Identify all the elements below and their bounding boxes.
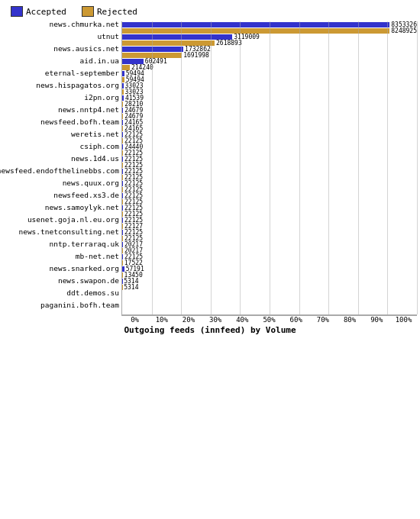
bar-accepted-12 [122, 169, 123, 174]
bar-group-23 [122, 302, 417, 314]
legend: Accepted Rejected [11, 6, 417, 17]
y-label-text-23: paganini.bofh.team [3, 302, 121, 308]
y-label-text-0: news.chmurka.net [3, 21, 121, 27]
y-label-text-3: aid.in.ua [3, 58, 121, 64]
bar-rejected-15 [122, 211, 123, 217]
bar-accepted-6 [122, 95, 124, 101]
x-axis-label-4: 40% [229, 316, 256, 324]
bar-rejected-11 [122, 163, 123, 168]
bar-accepted-14 [122, 193, 123, 198]
bar-accepted-15 [122, 205, 123, 211]
bar-group-1: 31190092618893 [122, 34, 417, 46]
bar-rejected-12 [122, 175, 123, 180]
bar-accepted-10 [122, 144, 123, 150]
y-label-text-19: mb-net.net [3, 253, 121, 260]
y-label-text-13: news.quux.org [3, 180, 121, 186]
bar-rejected-5 [122, 89, 124, 95]
bar-accepted-7 [122, 108, 123, 113]
x-axis-label-6: 60% [283, 316, 309, 324]
bar-group-4: 5949459494 [122, 70, 417, 82]
bar-accepted-8 [122, 120, 123, 125]
bar-accepted-0 [122, 22, 389, 27]
bar-accepted-19 [122, 254, 123, 260]
legend-rejected-label: Rejected [97, 7, 137, 17]
y-label-text-4: eternal-september [3, 70, 121, 76]
bar-accepted-13 [122, 181, 123, 186]
bar-group-2: 17328621691998 [122, 46, 417, 58]
bar-group-7: 2467924679 [122, 107, 417, 119]
bar-group-6: 4153928210 [122, 95, 417, 107]
y-label-text-10: csiph.com [3, 143, 121, 150]
chart-container: Accepted Rejected news.chmurka.netutnutn… [0, 0, 420, 519]
bar-group-14: 2212522125 [122, 192, 417, 205]
bar-rejected-14 [122, 199, 123, 205]
bar-rejected-17 [122, 236, 123, 241]
bar-rejected-1 [122, 40, 215, 46]
x-axis-label-10: 100% [390, 316, 417, 324]
bar-group-11: 2212522125 [122, 156, 417, 168]
y-label-text-20: news.snarked.org [3, 266, 121, 272]
legend-rejected: Rejected [82, 6, 137, 17]
bar-group-22 [122, 290, 417, 302]
bar-accepted-1 [122, 34, 232, 40]
bar-rejected-16 [122, 224, 123, 229]
bar-accepted-2 [122, 47, 183, 52]
bar-group-21: 53145314 [122, 278, 417, 290]
bar-accepted-5 [122, 83, 124, 89]
bar-group-10: 2444022125 [122, 143, 417, 156]
x-axis-label-1: 10% [148, 316, 175, 324]
bar-group-12: 2212522125 [122, 168, 417, 180]
bar-rejected-8 [122, 126, 123, 131]
bar-accepted-20 [122, 266, 124, 272]
y-label-23: paganini.bofh.team [3, 302, 121, 314]
bar-group-0: 83533268248925 [122, 21, 417, 34]
legend-rejected-box [82, 6, 94, 17]
x-axis-label-5: 50% [256, 316, 283, 324]
bar-accepted-9 [122, 132, 123, 137]
bar-rejected-0 [122, 28, 389, 34]
bar-accepted-3 [122, 59, 144, 64]
bars-col: 8353326824892531190092618893173286216919… [121, 21, 417, 315]
bar-accepted-4 [122, 71, 124, 76]
y-label-text-15: news.samoylyk.net [3, 205, 121, 211]
bar-rejected-19 [122, 260, 123, 266]
grid-line-100 [417, 21, 418, 314]
bar-accepted-18 [122, 242, 123, 247]
y-label-text-9: weretis.net [3, 131, 121, 137]
x-axis-label-2: 20% [175, 316, 202, 324]
x-axis-title: Outgoing feeds (innfeed) by Volume [3, 325, 417, 335]
y-label-text-18: nntp.terraraq.uk [3, 241, 121, 247]
chart-body: news.chmurka.netutnutnews.ausics.netaid.… [3, 21, 417, 315]
bar-rejected-10 [122, 150, 123, 156]
bar-group-20: 5719113450 [122, 266, 417, 278]
y-label-text-8: newsfeed.bofh.team [3, 119, 121, 125]
bar-group-16: 2212522127 [122, 217, 417, 229]
bar-group-17: 2212522125 [122, 229, 417, 241]
legend-accepted-box [11, 6, 23, 17]
y-label-text-17: news.tnetconsulting.net [3, 229, 121, 235]
y-label-text-11: news.1d4.us [3, 156, 121, 162]
y-label-text-12: newsfeed.endofthelinebbs.com [3, 168, 121, 174]
x-axis-label-8: 80% [337, 316, 363, 324]
bar-group-3: 602491214240 [122, 58, 417, 70]
bar-rejected-7 [122, 114, 123, 119]
y-label-text-1: utnut [3, 34, 121, 40]
legend-accepted-label: Accepted [26, 7, 66, 17]
bar-rejected-18 [122, 248, 123, 253]
y-label-text-21: news.swapon.de [3, 278, 121, 284]
y-label-text-2: news.ausics.net [3, 46, 121, 52]
bar-group-8: 2416524165 [122, 119, 417, 131]
bar-group-19: 2212517522 [122, 253, 417, 266]
x-axis: 0%10%20%30%40%50%60%70%80%90%100% [121, 315, 417, 324]
y-label-text-14: newsfeed.xs3.de [3, 192, 121, 198]
bar-accepted-16 [122, 218, 123, 223]
bar-group-9: 2212522125 [122, 131, 417, 143]
bar-group-13: 2212522125 [122, 180, 417, 192]
x-axis-label-9: 90% [363, 316, 390, 324]
y-label-text-6: i2pn.org [3, 95, 121, 101]
x-axis-label-7: 70% [309, 316, 336, 324]
bar-group-18: 2021720217 [122, 241, 417, 253]
bar-rejected-9 [122, 138, 123, 143]
x-axis-label-3: 30% [202, 316, 229, 324]
bar-group-15: 2212522125 [122, 205, 417, 217]
